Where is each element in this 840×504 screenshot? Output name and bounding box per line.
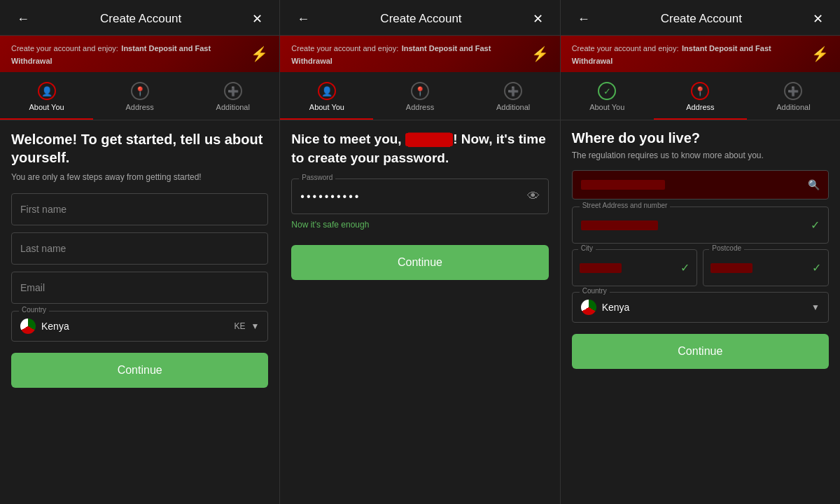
street-check-icon: ✓ <box>811 218 820 232</box>
country-left-1: Kenya <box>20 318 69 334</box>
screen-3: ← Create Account ✕ Create your account a… <box>561 0 840 504</box>
city-inner: ✓ <box>580 257 690 279</box>
country-name-1: Kenya <box>41 321 69 332</box>
tab-about-you-3[interactable]: ✓ About You <box>561 79 654 120</box>
greeting-start: Nice to meet you, <box>291 132 405 146</box>
tab-label-address-2: Address <box>406 103 434 111</box>
continue-button-1[interactable]: Continue <box>11 353 268 388</box>
kenya-flag-3 <box>581 300 596 315</box>
street-address-field[interactable]: Street Address and number ✓ <box>572 206 829 244</box>
country-name-3: Kenya <box>602 302 630 313</box>
address-sub: The regulation requires us to know more … <box>572 150 829 160</box>
name-highlight: █████ <box>405 133 453 146</box>
tab-about-you-2[interactable]: 👤 About You <box>280 79 373 120</box>
country-label-1: Country <box>19 306 49 314</box>
tab-address-2[interactable]: 📍 Address <box>373 79 466 120</box>
country-select-1[interactable]: Country Kenya KE ▼ <box>11 311 268 342</box>
back-button-1[interactable]: ← <box>11 10 35 28</box>
tab-label-about-1: About You <box>29 103 64 111</box>
tab-additional-2[interactable]: ➕ Additional <box>467 79 560 120</box>
header-1: ← Create Account ✕ <box>0 0 279 36</box>
tab-address-1[interactable]: 📍 Address <box>93 79 186 120</box>
city-label: City <box>578 244 596 252</box>
header-3: ← Create Account ✕ <box>561 0 840 36</box>
last-name-field[interactable]: Last name <box>11 232 268 265</box>
banner-3: Create your account and enjoy: Instant D… <box>561 36 840 72</box>
lightning-icon-2: ⚡ <box>531 46 549 62</box>
kenya-flag-1 <box>20 318 36 334</box>
lightning-icon-1: ⚡ <box>251 46 268 62</box>
tab-icon-about-1: 👤 <box>38 82 56 100</box>
banner-2: Create your account and enjoy: Instant D… <box>280 36 559 72</box>
city-field[interactable]: City ✓ <box>572 249 698 286</box>
street-address-inner: ✓ <box>581 214 820 236</box>
address-title: Where do you live? <box>572 130 829 146</box>
back-button-2[interactable]: ← <box>291 10 315 28</box>
greeting-text: Nice to meet you, █████! Now, it's time … <box>291 130 548 167</box>
country-select-3[interactable]: Country Kenya ▼ <box>572 292 829 323</box>
tab-additional-1[interactable]: ➕ Additional <box>186 79 279 120</box>
banner-top-3: Create your account and enjoy: <box>572 44 679 52</box>
tab-icon-additional-1: ➕ <box>224 82 242 100</box>
close-button-3[interactable]: ✕ <box>807 10 829 28</box>
address-search-field[interactable]: 🔍 <box>572 170 829 200</box>
banner-1: Create your account and enjoy: Instant D… <box>0 36 279 72</box>
welcome-sub: You are only a few steps away from getti… <box>11 172 268 182</box>
password-wrapper[interactable]: Password •••••••••• 👁 <box>291 178 548 214</box>
tab-icon-address-1: 📍 <box>131 82 149 100</box>
close-button-2[interactable]: ✕ <box>527 10 549 28</box>
banner-top-2: Create your account and enjoy: <box>291 44 398 52</box>
chevron-down-icon-1: ▼ <box>251 321 259 331</box>
tab-label-additional-3: Additional <box>776 103 810 111</box>
country-code-1: KE <box>234 321 245 331</box>
tab-additional-3[interactable]: ➕ Additional <box>747 79 840 120</box>
tab-label-about-3: About You <box>589 103 624 111</box>
password-label: Password <box>299 174 335 181</box>
tabs-2: 👤 About You 📍 Address ➕ Additional <box>280 72 559 120</box>
safe-message: Now it's safe enough <box>291 220 548 230</box>
tabs-1: 👤 About You 📍 Address ➕ Additional <box>0 72 279 120</box>
country-left-3: Kenya <box>581 300 630 315</box>
header-2: ← Create Account ✕ <box>280 0 559 36</box>
chevron-down-icon-3: ▼ <box>811 302 820 312</box>
welcome-title: Welcome! To get started, tell us about y… <box>11 130 268 167</box>
continue-button-3[interactable]: Continue <box>572 334 829 369</box>
password-inner: •••••••••• 👁 <box>300 179 539 214</box>
tab-address-3[interactable]: 📍 Address <box>654 79 747 120</box>
banner-top-1: Create your account and enjoy: <box>11 44 118 52</box>
tab-icon-address-3: 📍 <box>691 82 709 100</box>
screen-1: ← Create Account ✕ Create your account a… <box>0 0 280 504</box>
tab-label-address-3: Address <box>686 103 714 111</box>
tab-icon-address-2: 📍 <box>411 82 429 100</box>
banner-text-1: Create your account and enjoy: Instant D… <box>11 41 251 66</box>
postcode-field[interactable]: Postcode ✓ <box>703 249 829 286</box>
continue-button-2[interactable]: Continue <box>291 245 548 280</box>
content-2: Nice to meet you, █████! Now, it's time … <box>280 120 559 504</box>
header-title-3: Create Account <box>596 12 807 26</box>
eye-icon[interactable]: 👁 <box>527 189 540 204</box>
lightning-icon-3: ⚡ <box>811 46 829 62</box>
tab-about-you-1[interactable]: 👤 About You <box>0 79 93 120</box>
city-filled-bar <box>580 263 622 273</box>
first-name-field[interactable]: First name <box>11 193 268 225</box>
header-title-2: Create Account <box>315 12 526 26</box>
tab-icon-additional-2: ➕ <box>504 82 522 100</box>
tab-label-additional-2: Additional <box>496 103 530 111</box>
street-address-label: Street Address and number <box>580 202 671 209</box>
postcode-check-icon: ✓ <box>812 261 821 274</box>
country-right-3: ▼ <box>811 302 820 312</box>
back-button-3[interactable]: ← <box>572 10 596 28</box>
email-field[interactable]: Email <box>11 272 268 304</box>
search-value-bar <box>581 180 665 190</box>
tabs-3: ✓ About You 📍 Address ➕ Additional <box>561 72 840 120</box>
banner-text-2: Create your account and enjoy: Instant D… <box>291 41 531 66</box>
tab-label-address-1: Address <box>125 103 153 111</box>
street-filled-bar <box>581 220 658 230</box>
country-right-1: KE ▼ <box>234 321 259 331</box>
password-dots: •••••••••• <box>300 190 526 203</box>
city-check-icon: ✓ <box>680 261 690 274</box>
tab-icon-about-2: 👤 <box>318 82 336 100</box>
screen-2: ← Create Account ✕ Create your account a… <box>280 0 560 504</box>
content-3: Where do you live? The regulation requir… <box>561 120 840 504</box>
close-button-1[interactable]: ✕ <box>246 10 268 28</box>
